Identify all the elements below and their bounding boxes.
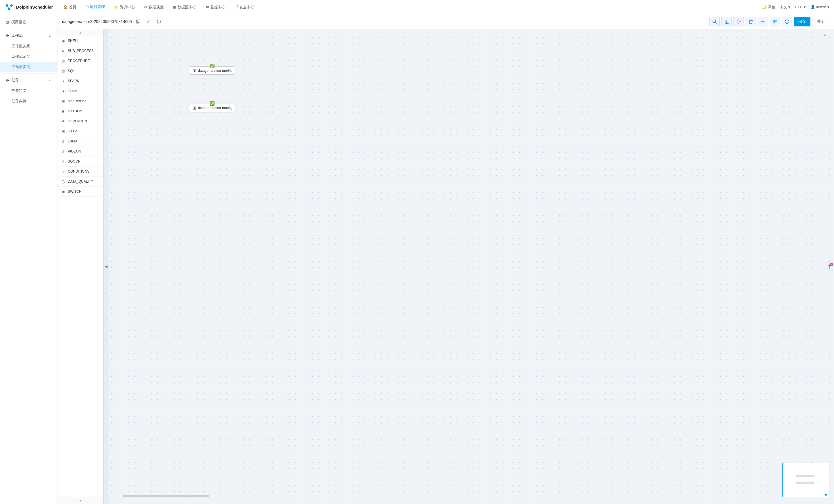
user-menu[interactable]: 👤 admin ▾ (810, 5, 829, 9)
editor-container: ▲ ▣ SHELL ⚙ SUB_PROCESS ▤ PROCEDURE (58, 29, 834, 504)
sidebar-item-task-instance[interactable]: 任务实例 (0, 96, 57, 106)
search-btn[interactable] (709, 17, 720, 26)
mapreduce-icon: ▣ (61, 99, 66, 104)
dependent-icon: ⊕ (61, 119, 66, 123)
resource-icon: 📁 (114, 5, 119, 9)
nav-project[interactable]: ⊞ 项目管理 (82, 0, 108, 14)
node2-label: datageneration-mo⊕. (198, 106, 231, 110)
svg-line-3 (7, 5, 9, 9)
task-item-SPARK[interactable]: ★ SPARK (58, 76, 103, 86)
sidebar: ⊡ 项目概览 ⚙ 工作流 ▲ 工作流关系 工作流定义 工作流实例 ⚙ 任务 (0, 14, 58, 504)
task-item-SQOOP[interactable]: ◎ SQOOP (58, 157, 103, 166)
task-item-PIGEON[interactable]: ◎ PIGEON (58, 146, 103, 157)
svg-text:i: i (787, 20, 787, 24)
align-btn[interactable] (770, 17, 780, 26)
node2-type-icon: ▣ (193, 106, 196, 110)
flink-icon: ◈ (61, 89, 66, 93)
toolbar-buttons: i 保存 关闭 (709, 17, 829, 26)
svg-point-9 (713, 20, 716, 23)
switch-icon: ▣ (61, 189, 66, 194)
workflow-node-2[interactable]: ✅ ▣ datageneration-mo⊕. 🔍 (189, 104, 235, 112)
timezone-selector[interactable]: UTC ▾ (795, 5, 806, 9)
copy-icon-btn[interactable] (134, 18, 142, 26)
sql-icon: ▤ (61, 69, 66, 73)
node2-search-icon[interactable]: 🔍 (228, 106, 233, 110)
canvas-scroll-up[interactable]: ▲ (821, 31, 828, 38)
save-button[interactable]: 保存 (794, 17, 810, 26)
task-item-DataX[interactable]: ◎ DataX (58, 136, 103, 146)
node1-type-icon: ▣ (193, 68, 196, 73)
timezone-chevron-icon: ▾ (804, 5, 806, 9)
sidebar-item-workflow-relation[interactable]: 工作流关系 (0, 41, 57, 51)
task-item-SUB_PROCESS[interactable]: ⚙ SUB_PROCESS (58, 46, 103, 56)
node1-label: datageneration-mo⊕. (198, 69, 231, 73)
dataquality-icon: 🗂 (144, 5, 148, 9)
expand-btn[interactable] (758, 17, 768, 26)
lang-selector[interactable]: 中文 ▾ (780, 5, 790, 10)
task-panel-list: ▣ SHELL ⚙ SUB_PROCESS ▤ PROCEDURE ▤ SQL (58, 36, 103, 497)
svg-rect-13 (749, 21, 752, 24)
python-icon: ◉ (61, 109, 66, 113)
panel-scroll-up[interactable]: ▲ (58, 29, 103, 36)
home-icon: 🏠 (63, 5, 68, 9)
workflow-node-1[interactable]: ✅ ▣ datageneration-mo⊕. 🔍 (189, 66, 235, 75)
nav-security[interactable]: 🛡 安全中心 (231, 0, 258, 14)
info-icon-btn[interactable]: i (155, 18, 163, 26)
nav-datasource[interactable]: ▦ 数据源中心 (170, 0, 200, 14)
sidebar-item-task-definition[interactable]: 任务定义 (0, 86, 57, 96)
pin-btn[interactable]: 📍 1 (825, 262, 834, 271)
topnav: DolphinScheduler 🏠 首页 ⊞ 项目管理 📁 资源中心 🗂 数据… (0, 0, 834, 14)
task-item-DATA_QUALITY[interactable]: ◯ DATA_QUALITY (58, 177, 103, 187)
sidebar-group-workflow[interactable]: ⚙ 工作流 ▲ (0, 30, 57, 41)
node2-success-icon: ✅ (210, 101, 215, 106)
http-icon: ▣ (61, 129, 66, 134)
nav-monitor[interactable]: 🖥 监控中心 (202, 0, 229, 14)
task-item-SQL[interactable]: ▤ SQL (58, 66, 103, 76)
minimap-node1 (796, 475, 814, 477)
shell-icon: ▣ (61, 39, 66, 43)
nav-dataquality[interactable]: 🗂 数据质量 (140, 0, 167, 14)
node1-success-icon: ✅ (210, 64, 215, 68)
security-icon: 🛡 (235, 5, 238, 9)
sidebar-divider (0, 29, 57, 29)
task-item-MapReduce[interactable]: ▣ MapReduce (58, 96, 103, 106)
sidebar-group-task[interactable]: ⚙ 任务 ▲ (0, 75, 57, 86)
main-content: datageneration-3-20240526075814600 i (58, 14, 834, 504)
spark-icon: ★ (61, 79, 66, 83)
task-item-DEPENDENT[interactable]: ⊕ DEPENDENT (58, 116, 103, 127)
task-item-SWITCH[interactable]: ▣ SWITCH (58, 187, 103, 197)
nav-home[interactable]: 🏠 首页 (60, 0, 80, 14)
svg-rect-6 (137, 20, 140, 23)
task-item-FLINK[interactable]: ◈ FLINK (58, 86, 103, 96)
delete-btn[interactable] (746, 17, 756, 26)
sqoop-icon: ◎ (61, 159, 66, 164)
edit-icon-btn[interactable] (145, 18, 153, 26)
user-icon: 👤 (810, 5, 815, 9)
task-item-SHELL[interactable]: ▣ SHELL (58, 36, 103, 46)
task-chevron-icon: ▲ (48, 78, 51, 82)
svg-text:i: i (159, 20, 159, 23)
refresh-btn[interactable] (733, 17, 744, 26)
task-item-CONDITIONS[interactable]: ⑂ CONDITIONS (58, 166, 103, 177)
task-item-PYTHON[interactable]: ◉ PYTHON (58, 106, 103, 116)
sidebar-top-section: ⊡ 项目概览 ⚙ 工作流 ▲ 工作流关系 工作流定义 工作流实例 ⚙ 任务 (0, 14, 57, 109)
nav-resource[interactable]: 📁 资源中心 (111, 0, 138, 14)
sidebar-item-workflow-instance[interactable]: 工作流实例 (0, 62, 57, 72)
sidebar-item-workflow-definition[interactable]: 工作流定义 (0, 51, 57, 62)
canvas-scrollbar[interactable] (123, 495, 209, 497)
notification-badge: 1 (830, 263, 833, 266)
panel-collapse-btn[interactable]: ◀ (104, 29, 109, 504)
task-item-PROCEDURE[interactable]: ▤ PROCEDURE (58, 56, 103, 66)
sidebar-item-project-overview[interactable]: ⊡ 项目概览 (0, 17, 57, 28)
logo-icon (5, 3, 14, 12)
download-btn[interactable] (721, 17, 732, 26)
nav-right: 🌙 深色 中文 ▾ UTC ▾ 👤 admin ▾ (762, 5, 829, 10)
theme-toggle[interactable]: 🌙 深色 (762, 5, 775, 10)
info2-btn[interactable]: i (782, 17, 792, 26)
close-button[interactable]: 关闭 (812, 17, 829, 26)
workflow-canvas[interactable]: ▲ ✅ ▣ datageneration-mo⊕. 🔍 ✅ ▣ datagene… (109, 29, 834, 504)
node1-search-icon[interactable]: 🔍 (228, 69, 233, 72)
panel-scroll-down[interactable]: ▼ (58, 497, 103, 504)
task-item-HTTP[interactable]: ▣ HTTP (58, 127, 103, 136)
lang-chevron-icon: ▾ (788, 5, 790, 9)
